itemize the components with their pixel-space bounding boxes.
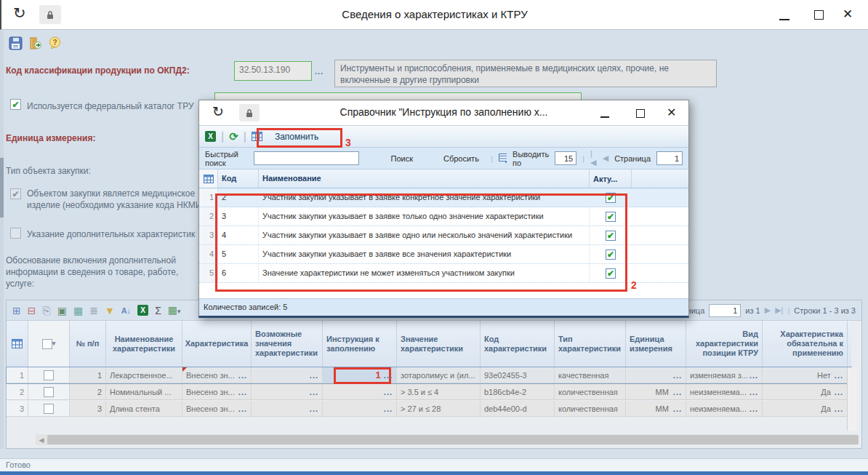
cell-required[interactable]: Нет... [763, 367, 848, 383]
col-name[interactable]: Наименование характеристики [106, 321, 182, 367]
cell-kind[interactable]: изменяемая з...... [686, 367, 763, 383]
unit-ellipsis-button[interactable]: ... [673, 371, 682, 380]
quick-search-input[interactable] [254, 151, 359, 165]
cell-possible[interactable]: ... [252, 367, 323, 383]
list-item[interactable]: 4 5 Участник закупки указывает в заявке … [199, 245, 688, 264]
table-row[interactable]: 1 1 Лекарственное... Внесено зн...... ..… [7, 367, 851, 383]
help-button[interactable]: ? [48, 36, 62, 53]
modal-minimize-button[interactable] [600, 116, 609, 118]
kind-ellipsis-button[interactable]: ... [750, 404, 758, 413]
cell-possible[interactable]: ... [252, 401, 323, 416]
kind-ellipsis-button[interactable]: ... [750, 371, 758, 380]
federal-catalog-checkbox[interactable]: ✔ [10, 99, 21, 110]
grid-horizontal-scrollbar[interactable]: ◀ [36, 434, 859, 445]
cell-instruction[interactable]: ... [323, 401, 397, 416]
sort-icon[interactable]: А↓ [121, 305, 131, 316]
search-button[interactable]: Поиск [385, 153, 419, 164]
select-all-checkbox[interactable]: ▾ [28, 321, 70, 367]
cell-unit[interactable]: ... [626, 367, 686, 383]
col-kind[interactable]: Вид характеристики позиции КТРУ [686, 321, 763, 367]
refresh-grid-icon[interactable]: ⟳ [229, 130, 238, 143]
numbered-list-icon[interactable]: ≣ [89, 305, 98, 316]
scrollbar-thumb[interactable] [47, 435, 859, 444]
characteristic-ellipsis-button[interactable]: ... [238, 371, 247, 380]
modal-corner-icon[interactable] [199, 169, 218, 188]
modal-col-name[interactable]: Наименование [259, 169, 590, 188]
cell-instruction[interactable]: 1... [323, 367, 397, 383]
actual-checkbox[interactable]: ✔ [606, 212, 616, 222]
kind-ellipsis-button[interactable]: ... [750, 388, 758, 396]
scroll-left-icon[interactable]: ◀ [36, 436, 47, 444]
remember-button[interactable]: Запомнить [268, 129, 326, 144]
row-checkbox[interactable] [44, 370, 54, 380]
maximize-button[interactable] [814, 10, 824, 20]
list-item[interactable]: 5 6 Значение характеристики не может изм… [199, 264, 688, 283]
col-required[interactable]: Характеристика обязательна к применению [763, 321, 848, 367]
row-checkbox[interactable] [44, 404, 54, 414]
grid-corner-icon[interactable] [7, 321, 28, 367]
prev-page-icon[interactable]: ◀ [603, 153, 608, 163]
cell-unit[interactable]: ММ... [626, 384, 686, 399]
cell-possible[interactable]: ... [252, 384, 323, 399]
grid-vertical-scrollbar[interactable] [847, 367, 857, 431]
actual-checkbox[interactable]: ✔ [606, 250, 616, 260]
possible-ellipsis-button[interactable]: ... [310, 404, 318, 413]
actual-checkbox[interactable]: ✔ [606, 193, 616, 203]
col-instruction[interactable]: Инструкция к заполнению [323, 321, 397, 367]
col-num[interactable]: № п/п [70, 321, 106, 367]
cell-required[interactable]: Да... [763, 384, 848, 399]
left-scrollbar[interactable] [0, 31, 4, 449]
col-possible[interactable]: Возможные значения характеристики [252, 321, 323, 367]
table-row[interactable]: 3 3 Длина стента Внесено зн...... ... ..… [7, 401, 851, 417]
delete-row-icon[interactable]: ⊟ [28, 305, 36, 316]
add-row-icon[interactable]: ⊞ [12, 305, 21, 316]
characteristic-ellipsis-button[interactable]: ... [238, 388, 247, 396]
header-checkbox[interactable] [42, 339, 52, 349]
apply-count-icon[interactable] [499, 153, 507, 163]
modal-close-button[interactable]: ✕ [667, 105, 676, 119]
cell-characteristic[interactable]: Внесено зн...... [182, 384, 252, 399]
col-value[interactable]: Значение характеристики [397, 321, 481, 367]
instruction-ellipsis-button[interactable]: ... [384, 388, 393, 396]
list-item[interactable]: 1 2 Участник закупки указывает в заявке … [199, 188, 688, 207]
required-ellipsis-button[interactable]: ... [835, 404, 843, 413]
col-characteristic[interactable]: Характеристика [182, 321, 252, 367]
cell-instruction[interactable]: ... [323, 384, 397, 399]
list-item[interactable]: 2 3 Участник закупки указывает в заявке … [199, 207, 688, 226]
cell-unit[interactable]: ММ... [626, 401, 686, 416]
minimize-button[interactable] [775, 7, 794, 25]
sum-icon[interactable]: Σ [155, 305, 161, 316]
grid-columns-icon[interactable] [252, 132, 262, 141]
cell-kind[interactable]: неизменяема...... [686, 384, 763, 399]
excel-export-icon[interactable]: X [137, 305, 148, 316]
reset-button[interactable]: Сбросить [438, 153, 485, 164]
col-code[interactable]: Код характеристики [481, 321, 555, 367]
additional-chars-checkbox[interactable] [10, 228, 21, 239]
copy-icon[interactable]: ⎘ [42, 305, 50, 316]
next-page-icon[interactable]: ▶ [765, 306, 771, 315]
row-checkbox[interactable] [44, 387, 54, 397]
modal-page-input[interactable] [656, 151, 683, 165]
okpd2-ellipsis-button[interactable]: ... [315, 67, 324, 76]
required-ellipsis-button[interactable]: ... [835, 388, 843, 396]
unit-ellipsis-button[interactable]: ... [673, 388, 682, 396]
cell-required[interactable]: Да... [763, 401, 848, 416]
modal-col-code[interactable]: Код [218, 169, 259, 188]
page-input[interactable] [709, 304, 741, 317]
last-page-icon[interactable]: ▶| [775, 306, 783, 315]
per-page-input[interactable] [555, 151, 576, 165]
medical-device-checkbox[interactable]: ✔ [10, 188, 21, 199]
grid-settings-icon[interactable]: ▦▾ [168, 304, 181, 317]
okpd2-input[interactable]: 32.50.13.190 [234, 61, 312, 81]
characteristic-ellipsis-button[interactable]: ... [238, 404, 247, 413]
unit-ellipsis-button[interactable]: ... [673, 404, 682, 413]
instruction-ellipsis-button[interactable]: ... [384, 371, 393, 380]
grid-image-icon[interactable]: ▦ [73, 305, 83, 316]
cell-characteristic[interactable]: Внесено зн...... [182, 401, 252, 416]
close-button[interactable]: ✕ [843, 7, 853, 22]
actual-checkbox[interactable]: ✔ [606, 268, 616, 279]
modal-maximize-button[interactable] [636, 109, 645, 118]
col-unit[interactable]: Единица измерения [626, 321, 686, 367]
modal-col-actual[interactable]: Акту... [590, 169, 632, 188]
instruction-ellipsis-button[interactable]: ... [384, 404, 393, 413]
